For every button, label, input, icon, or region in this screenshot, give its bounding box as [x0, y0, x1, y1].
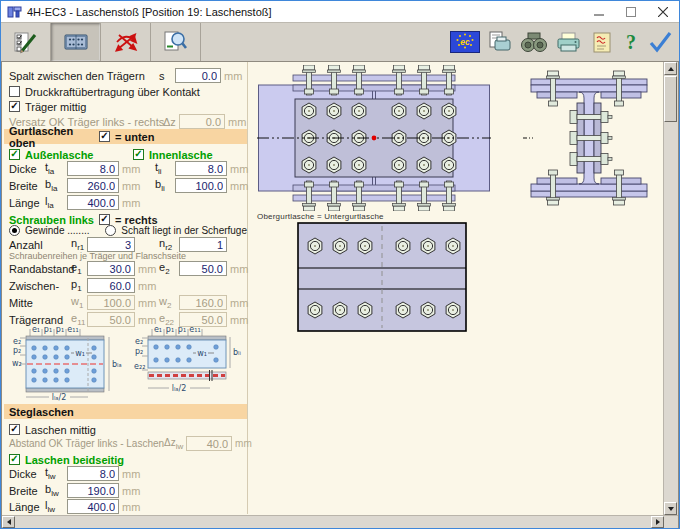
traeger-mittig-checkbox[interactable]	[9, 101, 20, 112]
druckkontakt-checkbox[interactable]	[9, 86, 20, 97]
row-zwischen: Zwischen- p1 mm	[9, 278, 247, 293]
innenlasche-checkbox[interactable]	[133, 149, 144, 160]
scroll-down-button[interactable]	[664, 502, 677, 515]
vertical-scroll-thumb[interactable]	[664, 76, 677, 122]
printer-icon	[555, 30, 582, 54]
gewinde-radio[interactable]	[9, 225, 20, 236]
notes-button[interactable]	[589, 30, 615, 54]
scroll-up-button[interactable]	[664, 62, 677, 75]
n-r1-input[interactable]	[87, 237, 135, 252]
main-content: Spalt zwischen den Trägern s mm Druckkra…	[1, 61, 679, 529]
innenlasche-label: Innenlasche	[149, 149, 213, 161]
maximize-button[interactable]	[615, 1, 647, 22]
abstand-input[interactable]	[186, 436, 232, 451]
t-lw-input[interactable]	[67, 466, 119, 481]
svg-text:e₁₁: e₁₁	[67, 325, 78, 334]
confirm-button[interactable]	[647, 30, 673, 54]
versatz-input[interactable]	[179, 114, 225, 129]
l-lw-input[interactable]	[67, 499, 119, 514]
n-r2-symbol: nr2	[159, 237, 179, 252]
l-la-input[interactable]	[67, 195, 119, 210]
print-button[interactable]	[555, 30, 582, 54]
b-li-input[interactable]	[175, 178, 227, 193]
breite-steg-label: Breite	[9, 485, 45, 497]
laenge-label: Länge	[9, 197, 45, 209]
row-abstand: Abstand OK Träger links - Laschen Δzlw m…	[9, 436, 247, 451]
w2-unit: mm	[230, 297, 247, 309]
outer-plate-diagram: e₁ p₁ p₁ e₁₁ w₁ e₂	[12, 324, 124, 404]
app-window: 4H-EC3 - Laschenstoß [Position 19: Lasch…	[0, 0, 680, 529]
arrow-down-icon	[668, 507, 674, 514]
w1-input[interactable]	[87, 295, 135, 310]
svg-text:ec: ec	[460, 37, 470, 47]
svg-text:e₂: e₂	[13, 337, 21, 346]
l-lw-unit: mm	[122, 501, 139, 513]
svg-text:lₗₐ/2: lₗₐ/2	[172, 384, 186, 393]
vertical-scrollbar[interactable]	[663, 62, 678, 515]
svg-text:p₂: p₂	[13, 346, 21, 355]
tab-geometry[interactable]	[51, 23, 101, 61]
row-mitte: Mitte w1 mm w2 mm	[9, 295, 247, 310]
aussenlasche-checkbox[interactable]	[9, 149, 20, 160]
abstand-label: Abstand OK Träger links - Laschen	[9, 438, 164, 449]
t-li-symbol: tli	[155, 161, 175, 176]
laschen-mittig-checkbox[interactable]	[9, 424, 20, 435]
e2-input[interactable]	[179, 261, 227, 276]
svg-text:e₁: e₁	[154, 325, 162, 334]
load-arrows-icon	[113, 29, 139, 55]
b-la-input[interactable]	[67, 178, 119, 193]
row-scherfuge: Gewinde ........ Schaft liegt in der Sch…	[9, 223, 247, 238]
search-button[interactable]	[520, 30, 548, 54]
p1-input[interactable]	[87, 278, 135, 293]
laschen-beidseitig-checkbox[interactable]	[9, 454, 20, 465]
spalt-label: Spalt zwischen den Trägern	[9, 70, 159, 82]
tab-preview[interactable]	[151, 23, 201, 61]
confirm-check-icon	[647, 30, 673, 54]
mitte-label: Mitte	[9, 297, 71, 309]
svg-text:bₗₐ: bₗₐ	[112, 360, 122, 369]
row-randabstand: Randabstand e1 mm e2 mm	[9, 261, 247, 276]
close-button[interactable]	[647, 1, 679, 22]
t-li-input[interactable]	[175, 161, 227, 176]
svg-text:p₁: p₁	[56, 325, 64, 334]
tab-loads[interactable]	[101, 23, 151, 61]
schaft-radio[interactable]	[105, 225, 116, 236]
row-laschen-check: Außenlasche Innenlasche	[9, 147, 247, 162]
t-li-unit: mm	[230, 163, 247, 175]
scroll-right-button[interactable]	[651, 516, 664, 528]
b-lw-symbol: blw	[45, 483, 67, 498]
arrow-right-icon	[656, 519, 663, 525]
svg-text:bₗᵢ: bₗᵢ	[233, 348, 241, 357]
dicke-label: Dicke	[9, 163, 45, 175]
b-li-symbol: bli	[155, 178, 175, 193]
flange-plate-plan-drawing	[297, 222, 467, 332]
scroll-left-button[interactable]	[2, 516, 15, 528]
row-spalt: Spalt zwischen den Trägern s mm	[9, 68, 247, 83]
svg-text:e₁: e₁	[32, 325, 40, 334]
row-laschen-mittig: Laschen mittig	[9, 422, 247, 437]
b-lw-input[interactable]	[67, 483, 119, 498]
w2-input[interactable]	[179, 295, 227, 310]
help-button[interactable]: ?	[622, 30, 640, 54]
binoculars-icon	[520, 30, 548, 54]
spalt-input[interactable]	[175, 68, 221, 83]
schaft-label: Schaft liegt in der Scherfuge	[121, 225, 247, 236]
steglaschen-title: Steglaschen	[9, 406, 74, 418]
w1-symbol: w1	[71, 295, 87, 310]
horizontal-scrollbar[interactable]	[2, 515, 678, 529]
b-li-unit: mm	[230, 180, 247, 192]
copy-button[interactable]	[487, 30, 513, 54]
e1-input[interactable]	[87, 261, 135, 276]
dicke-steg-label: Dicke	[9, 468, 45, 480]
gurt-unten-checkbox[interactable]	[99, 131, 110, 142]
row-traeger-mittig: Träger mittig	[9, 99, 247, 114]
eurocode-button[interactable]: ec	[450, 31, 480, 53]
center-marker	[372, 136, 377, 141]
n-r2-input[interactable]	[179, 237, 227, 252]
t-la-symbol: tla	[45, 161, 67, 176]
tab-input[interactable]	[1, 23, 51, 61]
minimize-button[interactable]	[583, 1, 615, 22]
arrow-left-icon	[4, 519, 11, 525]
t-la-input[interactable]	[67, 161, 119, 176]
arrow-up-icon	[668, 64, 674, 71]
